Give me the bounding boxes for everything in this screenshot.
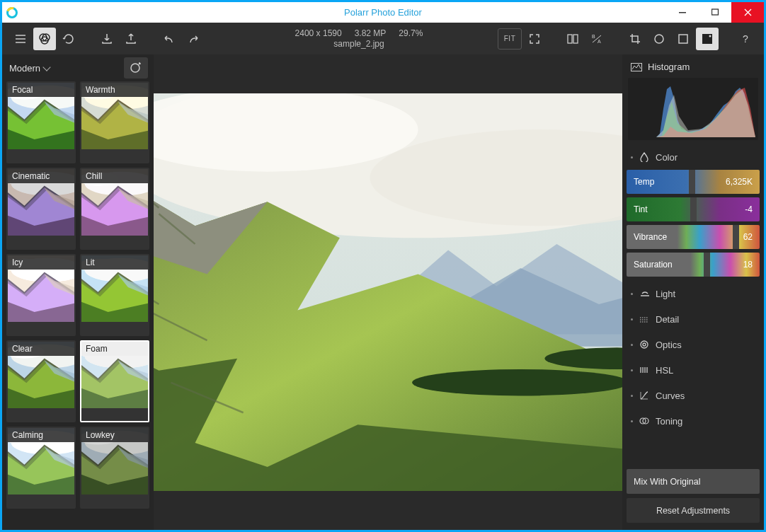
fit-button[interactable]: FIT xyxy=(498,28,522,50)
svg-rect-21 xyxy=(679,35,687,43)
close-button[interactable] xyxy=(731,2,764,23)
section-label: Detail xyxy=(656,314,679,325)
filter-cinematic[interactable]: Cinematic xyxy=(6,168,76,250)
square-mask-button[interactable] xyxy=(672,28,694,50)
filter-label: Lowkey xyxy=(81,428,148,442)
filter-calming[interactable]: Calming xyxy=(6,427,76,509)
menu-button[interactable] xyxy=(9,28,32,50)
image-zoom: 29.7% xyxy=(399,28,423,39)
filters-tab-button[interactable] xyxy=(33,28,56,50)
filter-label: Calming xyxy=(8,428,74,442)
circle-mask-button[interactable] xyxy=(648,28,670,50)
slider-vibrance[interactable]: Vibrance 62 xyxy=(627,225,760,249)
slider-tint[interactable]: Tint -4 xyxy=(627,197,760,221)
filter-foam[interactable]: Foam xyxy=(80,340,149,422)
hsl-icon xyxy=(639,364,650,376)
photo-preview xyxy=(154,93,622,491)
filter-label: Chill xyxy=(81,169,148,183)
filter-icy[interactable]: Icy xyxy=(6,254,76,336)
svg-point-38 xyxy=(641,341,648,348)
image-info: 2400 x 1590 3.82 MP 29.7% sample_2.jpg xyxy=(220,28,498,50)
svg-rect-11 xyxy=(679,12,686,13)
titlebar: Polarr Photo Editor xyxy=(2,2,764,23)
filter-group-selector[interactable]: Modern xyxy=(9,63,50,74)
section-detail[interactable]: Detail xyxy=(622,306,764,332)
histogram-display xyxy=(628,78,758,140)
histogram-title: Histogram xyxy=(648,62,690,72)
canvas-area[interactable] xyxy=(154,54,622,530)
before-after-button[interactable]: BA xyxy=(585,28,608,50)
histogram-icon xyxy=(631,63,642,71)
history-button[interactable] xyxy=(57,28,80,50)
detail-icon xyxy=(639,313,650,325)
section-hsl[interactable]: HSL xyxy=(622,357,764,383)
section-label: Light xyxy=(656,289,675,299)
section-label: Toning xyxy=(656,416,682,427)
svg-point-23 xyxy=(709,35,711,37)
slider-saturation[interactable]: Saturation 18 xyxy=(627,253,760,277)
filter-label: Foam xyxy=(81,342,148,356)
svg-text:?: ? xyxy=(743,33,748,45)
section-curves[interactable]: Curves xyxy=(622,383,764,408)
app-icon xyxy=(2,3,22,23)
section-color-label: Color xyxy=(656,152,678,163)
section-label: HSL xyxy=(656,365,673,376)
maximize-button[interactable] xyxy=(699,2,731,23)
filter-label: Cinematic xyxy=(8,169,74,183)
adjustments-tab-button[interactable] xyxy=(696,28,719,50)
filter-label: Clear xyxy=(8,342,74,356)
toning-icon xyxy=(639,415,650,427)
slider-temp[interactable]: Temp 6,325K xyxy=(627,170,760,194)
export-button[interactable] xyxy=(120,28,142,50)
filter-lowkey[interactable]: Lowkey xyxy=(80,427,149,509)
image-filename: sample_2.jpg xyxy=(333,39,384,50)
chevron-down-icon xyxy=(42,63,50,71)
image-megapixels: 3.82 MP xyxy=(355,28,387,39)
mix-with-original-button[interactable]: Mix With Original xyxy=(627,469,760,494)
filter-label: Warmth xyxy=(81,83,148,97)
filter-label: Icy xyxy=(8,255,74,270)
redo-button[interactable] xyxy=(182,28,205,50)
reset-adjustments-button[interactable]: Reset Adjustments xyxy=(627,498,760,523)
svg-rect-16 xyxy=(568,35,572,43)
light-icon xyxy=(639,288,650,299)
import-button[interactable] xyxy=(96,28,118,50)
droplet-icon xyxy=(639,151,650,163)
histogram-header[interactable]: Histogram xyxy=(622,54,764,76)
adjustments-panel: Histogram Color Temp xyxy=(622,54,764,530)
toolbar: 2400 x 1590 3.82 MP 29.7% sample_2.jpg F… xyxy=(2,23,764,54)
help-button[interactable]: ? xyxy=(734,28,757,50)
filter-lit[interactable]: Lit xyxy=(80,254,149,336)
filter-sidebar: Modern Focal Warmth Cinematic Chill Icy … xyxy=(2,54,154,530)
svg-rect-17 xyxy=(573,35,578,43)
section-label: Curves xyxy=(656,391,685,401)
window-title: Polarr Photo Editor xyxy=(2,7,764,18)
filter-chill[interactable]: Chill xyxy=(80,168,149,250)
section-toning[interactable]: Toning xyxy=(622,408,764,434)
section-color[interactable]: Color xyxy=(622,144,764,170)
filter-group-label: Modern xyxy=(9,63,40,74)
svg-text:B: B xyxy=(592,34,595,39)
minimize-button[interactable] xyxy=(666,2,699,23)
svg-rect-12 xyxy=(711,9,718,15)
filter-label: Focal xyxy=(8,83,74,97)
image-dimensions: 2400 x 1590 xyxy=(295,28,342,39)
svg-point-35 xyxy=(412,369,622,395)
section-optics[interactable]: Optics xyxy=(622,332,764,357)
undo-button[interactable] xyxy=(158,28,181,50)
filter-focal[interactable]: Focal xyxy=(6,81,76,163)
svg-point-20 xyxy=(655,35,663,43)
section-label: Optics xyxy=(656,340,682,350)
add-filter-button[interactable] xyxy=(124,57,148,79)
optics-icon xyxy=(639,339,650,350)
svg-point-39 xyxy=(643,343,646,346)
svg-point-25 xyxy=(131,64,139,72)
svg-text:A: A xyxy=(598,39,601,44)
curves-icon xyxy=(639,390,650,401)
crop-button[interactable] xyxy=(624,28,646,50)
compare-split-button[interactable] xyxy=(561,28,584,50)
filter-clear[interactable]: Clear xyxy=(6,340,76,422)
fullscreen-button[interactable] xyxy=(523,28,546,50)
section-light[interactable]: Light xyxy=(622,281,764,306)
filter-warmth[interactable]: Warmth xyxy=(80,81,149,163)
